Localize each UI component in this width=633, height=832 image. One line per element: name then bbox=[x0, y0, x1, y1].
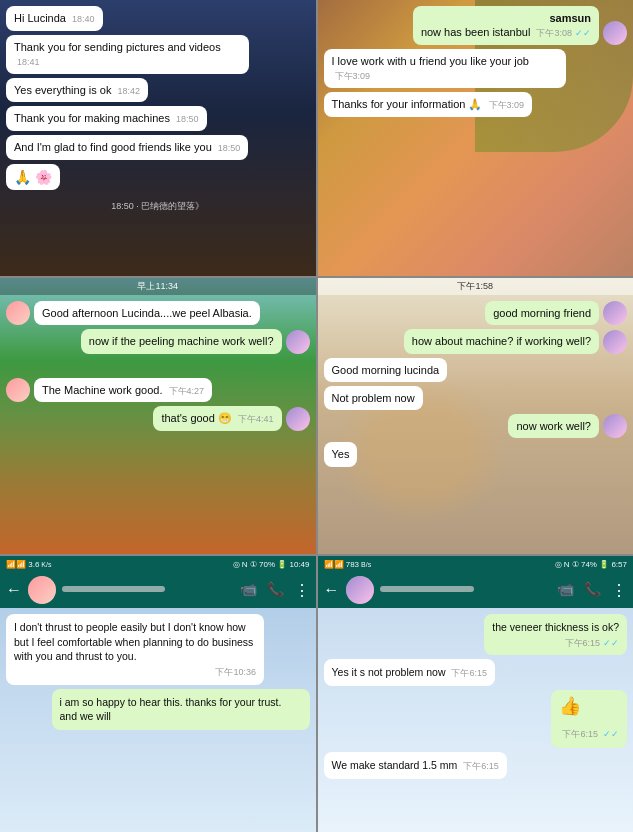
signal-icons-6: 📶📶 783 bbox=[324, 560, 360, 569]
panel4-content: 下午1:58 good morning friend how about mac… bbox=[318, 278, 634, 554]
panel4-msg-6: Yes bbox=[324, 442, 628, 466]
panel4-msg-2: how about machine? if working well? bbox=[324, 329, 628, 353]
main-grid: Hi Lucinda 18:40 Thank you for sending p… bbox=[0, 0, 633, 832]
bubble-text: I love work with u friend you like your … bbox=[332, 55, 529, 67]
panel1-footer: 18:50 · 巴纳德的望落》 bbox=[0, 198, 316, 217]
panel2-msg-1: I love work with u friend you like your … bbox=[324, 49, 628, 88]
sender-name-row: samsun now has been istanbul 下午3:08 ✓✓ bbox=[324, 6, 628, 45]
voice-call-icon-6[interactable]: 📞 bbox=[584, 581, 601, 600]
panel-3: 早上11:34 Good afternoon Lucinda....we pee… bbox=[0, 278, 316, 554]
bubble-text: Not problem now bbox=[332, 392, 415, 404]
panel-4: 下午1:58 good morning friend how about mac… bbox=[318, 278, 634, 554]
panel2-chat-area: samsun now has been istanbul 下午3:08 ✓✓ I… bbox=[318, 0, 634, 276]
bubble-time: 18:50 bbox=[176, 114, 199, 124]
ticks-icon-3: ✓✓ bbox=[603, 729, 619, 739]
bubble-text: I don't thrust to people easily but I do… bbox=[14, 621, 253, 662]
panel5-incoming-msg: I don't thrust to people easily but I do… bbox=[6, 614, 310, 685]
panel-6: 📶📶 783 B/s ◎ N ① 74% 🔋 6:57 ← 📹 � bbox=[318, 556, 634, 832]
menu-icon[interactable]: ⋮ bbox=[294, 581, 310, 600]
status-bar-left: 📶📶 3.6 K/s bbox=[6, 560, 51, 569]
bubble-time: 18:50 bbox=[218, 143, 241, 153]
panel5-outgoing-msg: i am so happy to hear this. thanks for y… bbox=[6, 689, 310, 730]
bubble-text: Thank you for making machines bbox=[14, 112, 170, 124]
bubble-time: 下午3:09 bbox=[489, 100, 525, 110]
time1: 下午3:08 bbox=[536, 28, 572, 38]
bubble-thank-machines: Thank you for making machines 18:50 bbox=[6, 106, 207, 131]
sender-subtitle: now has been istanbul bbox=[421, 26, 530, 38]
bubble-time: 下午10:36 bbox=[215, 667, 256, 677]
bubble-glad-friends: And I'm glad to find good friends like y… bbox=[6, 135, 248, 160]
bubble-time-3: 下午6:15 bbox=[562, 729, 598, 739]
video-call-icon-6[interactable]: 📹 bbox=[557, 581, 574, 600]
bubble-text: how about machine? if working well? bbox=[412, 335, 591, 347]
bubble-time: 下午4:27 bbox=[169, 386, 205, 396]
avatar-left-3 bbox=[6, 301, 30, 325]
bubble-thank-pictures: Thank you for sending pictures and video… bbox=[6, 35, 249, 74]
bubble-text: i am so happy to hear this. thanks for y… bbox=[60, 696, 282, 723]
back-button[interactable]: ← bbox=[6, 581, 22, 599]
bubble-good-morning-friend: good morning friend bbox=[485, 301, 599, 325]
panel2-content: samsun now has been istanbul 下午3:08 ✓✓ I… bbox=[318, 0, 634, 276]
panel-2: samsun now has been istanbul 下午3:08 ✓✓ I… bbox=[318, 0, 634, 276]
contact-name-blur bbox=[62, 586, 165, 592]
bubble-yes: Yes bbox=[324, 442, 358, 466]
menu-icon-6[interactable]: ⋮ bbox=[611, 581, 627, 600]
bubble-love-work: I love work with u friend you like your … bbox=[324, 49, 567, 88]
contact-name-blur-6 bbox=[380, 586, 474, 592]
back-button-6[interactable]: ← bbox=[324, 581, 340, 599]
contact-info-5 bbox=[62, 586, 234, 594]
bubble-time: 下午3:09 bbox=[335, 71, 371, 81]
time-top: 早上11:34 bbox=[137, 281, 178, 291]
panel4-timestamp-top: 下午1:58 bbox=[318, 278, 634, 295]
bs-label: B/s bbox=[361, 561, 371, 568]
panel3-msg-2: now if the peeling machine work well? bbox=[6, 329, 310, 353]
panel6-msg-3: 👍 下午6:15 ✓✓ bbox=[324, 690, 628, 748]
panel6-chat-area: the veneer thickness is ok? 下午6:15 ✓✓ Ye… bbox=[318, 608, 634, 832]
bubble-good-afternoon: Good afternoon Lucinda....we peel Albasi… bbox=[34, 301, 260, 325]
bubble-time: 18:40 bbox=[72, 14, 95, 24]
message-row-5: And I'm glad to find good friends like y… bbox=[6, 135, 310, 160]
bubble-text: The Machine work good. bbox=[42, 384, 162, 396]
panel6-status-bar: 📶📶 783 B/s ◎ N ① 74% 🔋 6:57 bbox=[318, 556, 634, 572]
avatar-left-3b bbox=[6, 378, 30, 402]
bubble-text: good morning friend bbox=[493, 307, 591, 319]
time-ticks-row-3: 下午6:15 ✓✓ bbox=[559, 719, 619, 744]
panel6-msg-1: the veneer thickness is ok? 下午6:15 ✓✓ bbox=[324, 614, 628, 655]
panel3-msg-4: that's good 😁 下午4:41 bbox=[6, 406, 310, 431]
panel3-msg-1: Good afternoon Lucinda....we peel Albasi… bbox=[6, 301, 310, 325]
contact-avatar-5 bbox=[28, 576, 56, 604]
message-row-1: Hi Lucinda 18:40 bbox=[6, 6, 310, 31]
panel5-chat-header: ← 📹 📞 ⋮ bbox=[0, 572, 316, 608]
emoji-text: 🙏 🌸 bbox=[14, 169, 52, 185]
bubble-good-morning-lucinda: Good morning lucinda bbox=[324, 358, 448, 382]
bubble-emoji: 🙏 🌸 bbox=[6, 164, 60, 190]
bubble-text: Good morning lucinda bbox=[332, 364, 440, 376]
panel6-header-icons: 📹 📞 ⋮ bbox=[557, 581, 627, 600]
avatar-sender bbox=[603, 21, 627, 45]
signal-icons: 📶📶 3.6 bbox=[6, 560, 39, 569]
message-row-4: Thank you for making machines 18:50 bbox=[6, 106, 310, 131]
avatar-right-3 bbox=[286, 330, 310, 354]
message-row-3: Yes everything is ok 18:42 bbox=[6, 78, 310, 103]
video-call-icon[interactable]: 📹 bbox=[240, 581, 257, 600]
bubble-text: And I'm glad to find good friends like y… bbox=[14, 141, 212, 153]
panel4-msg-4: Not problem now bbox=[324, 386, 628, 410]
panel4-msg-5: now work well? bbox=[324, 414, 628, 438]
bubble-text: now if the peeling machine work well? bbox=[89, 335, 274, 347]
voice-call-icon[interactable]: 📞 bbox=[267, 581, 284, 600]
kb-label: K/s bbox=[41, 561, 51, 568]
bubble-time: 下午6:15 bbox=[565, 638, 601, 648]
panel5-header-icons: 📹 📞 ⋮ bbox=[240, 581, 310, 600]
footer-info: 18:50 · 巴纳德的望落》 bbox=[111, 201, 204, 211]
panel-1: Hi Lucinda 18:40 Thank you for sending p… bbox=[0, 0, 316, 276]
status-bar-right-6: ◎ N ① 74% 🔋 6:57 bbox=[555, 559, 627, 569]
bubble-text: We make standard 1.5 mm bbox=[332, 759, 458, 771]
bubble-text: Thanks for your information 🙏 bbox=[332, 98, 483, 110]
contact-avatar-6 bbox=[346, 576, 374, 604]
panel6-msg-2: Yes it s not problem now 下午6:15 bbox=[324, 659, 628, 686]
panel5-status-bar: 📶📶 3.6 K/s ◎ N ① 70% 🔋 10:49 bbox=[0, 556, 316, 572]
bubble-yes-ok: Yes everything is ok 18:42 bbox=[6, 78, 148, 103]
panel4-chat-area: good morning friend how about machine? i… bbox=[318, 295, 634, 554]
time-ticks-row: 下午6:15 ✓✓ bbox=[492, 635, 619, 650]
panel-5: 📶📶 3.6 K/s ◎ N ① 70% 🔋 10:49 ← 📹 bbox=[0, 556, 316, 832]
